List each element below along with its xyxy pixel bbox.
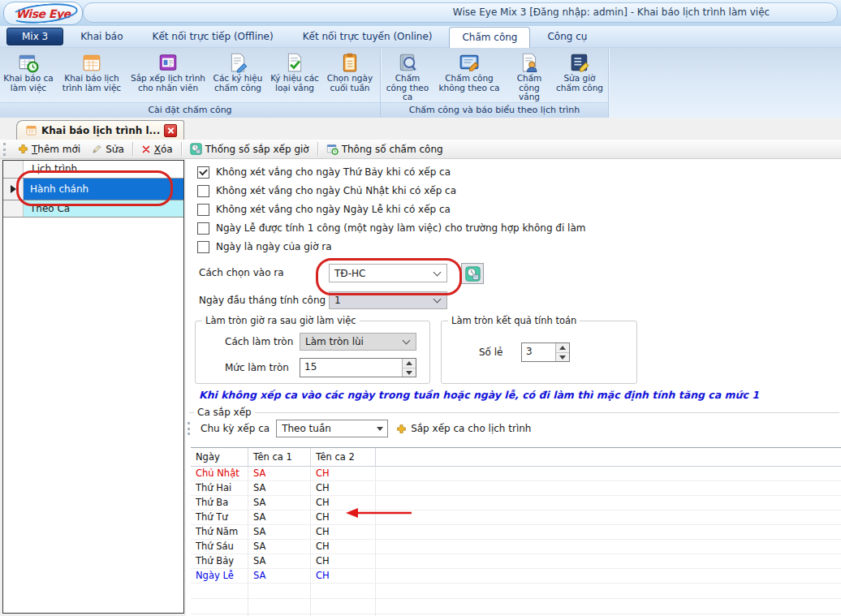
checkbox[interactable] (197, 185, 209, 197)
table-cell (248, 584, 311, 598)
table-cell: SA (248, 540, 311, 554)
cycle-combo[interactable]: Theo tuần (276, 420, 388, 437)
table-row[interactable]: Thứ NămSACH (191, 525, 841, 540)
table-cell: CH (311, 481, 376, 495)
ribbon-ky-hieu-cac-loai-vang[interactable]: Ký hiệu các loại vắng (270, 50, 320, 93)
table-cell (191, 584, 248, 598)
cycle-combo-value: Theo tuần (277, 423, 377, 434)
menu-item-cham-cong[interactable]: Chấm công (449, 27, 530, 48)
calendar-icon (25, 124, 37, 136)
calendar-orange-icon (81, 51, 102, 73)
odd-digits-spinner[interactable]: 3 (521, 342, 570, 362)
schedule-row[interactable]: Hành chánh (3, 179, 183, 200)
menu-item-ket-noi-truc-tuyen[interactable]: Kết nối trực tuyến (Online) (291, 28, 445, 45)
menu-bar: Mix 3Khai báoKết nối trực tiếp (Offline)… (0, 26, 841, 48)
table-cell: Thứ Ba (191, 496, 248, 510)
table-cell: SA (248, 481, 311, 495)
ribbon-sap-xep-lich-trinh-label: Sắp xếp lịch trình cho nhân viên (130, 74, 206, 93)
clock-settings-icon (465, 266, 481, 282)
checkbox-row: Không xét vắng cho ngày Thứ Bảy khi có x… (197, 166, 585, 178)
table-header-row: NgàyTên ca 1Tên ca 2 (191, 448, 841, 467)
table-cell: CH (311, 525, 376, 539)
in-out-combo[interactable]: TĐ-HC (329, 264, 447, 282)
table-row[interactable]: Thứ BaSACH (191, 496, 841, 510)
ribbon-cham-cong-vang[interactable]: Chấm công vắng (507, 50, 551, 102)
ribbon-khai-bao-lich-trinh[interactable]: Khai báo lịch trình làm việc (57, 50, 127, 93)
menu-item-ket-noi-truc-tiep[interactable]: Kết nối trực tiếp (Offline) (140, 28, 286, 45)
table-cell: Chủ Nhật (191, 467, 248, 480)
param-hours-button[interactable]: Thống số sắp xếp giờ (187, 141, 313, 157)
table-cell: SA (248, 554, 311, 568)
ribbon-sap-xep-lich-trinh[interactable]: Sắp xếp lịch trình cho nhân viên (130, 50, 206, 93)
column-header: Tên ca 1 (248, 448, 311, 466)
menu-item-mix3[interactable]: Mix 3 (6, 28, 63, 45)
menu-item-khai-bao[interactable]: Khai báo (68, 28, 135, 45)
main-panel: Không xét vắng cho ngày Thứ Bảy khi có x… (186, 159, 841, 616)
checkbox[interactable] (197, 166, 209, 179)
table-cell: SA (248, 525, 311, 539)
menu-item-cong-cu[interactable]: Công cụ (535, 28, 599, 45)
chevron-down-icon (433, 295, 442, 304)
rounding-group-caption: Làm tròn giờ ra sau giờ làm việc (202, 315, 360, 326)
assign-shift-button[interactable]: Sắp xếp ca cho lịch trình (396, 423, 531, 434)
rounding-method-label: Cách làm tròn (225, 336, 293, 347)
checkbox[interactable] (197, 241, 209, 253)
spin-up-button[interactable] (403, 359, 416, 368)
ribbon-cac-ky-hieu-cham-cong[interactable]: Các ký hiệu chấm công (209, 50, 266, 93)
table-cell-filler (376, 554, 841, 568)
table-row[interactable]: Thứ BảySACH (191, 554, 841, 569)
param-attendance-button[interactable]: Thông số chấm công (323, 141, 446, 157)
checkbox-label: Không xét vắng cho ngày Ngày Lễ khi có x… (216, 204, 451, 215)
edit-button[interactable]: Sửa (88, 142, 127, 157)
toolbar-separator (317, 142, 318, 156)
spin-up-button[interactable] (556, 343, 569, 353)
add-button[interactable]: Thêm mới (15, 142, 84, 157)
ribbon-group-caption: Chấm công và báo biểu theo lịch trình (381, 102, 608, 118)
spin-down-button[interactable] (556, 353, 569, 362)
plus-icon (18, 144, 28, 154)
window-title: Wise Eye Mix 3 [Đăng nhập: admin] - Khai… (390, 0, 833, 26)
spinner-buttons (402, 359, 416, 377)
shift-group-caption-row: Ca sắp xếp (189, 407, 839, 418)
ribbon-khai-bao-ca[interactable]: Khai báo ca làm việc (3, 50, 54, 93)
month-start-combo-value: 1 (330, 295, 434, 306)
plus-icon (396, 424, 407, 434)
ribbon-cac-ky-hieu-cham-cong-label: Các ký hiệu chấm công (209, 74, 266, 93)
table-row-empty (191, 584, 841, 599)
table-cell: CH (311, 496, 376, 510)
schedule-list: Lịch trình Hành chánhTheo Ca (2, 160, 184, 614)
rounding-method-combo[interactable]: Làm tròn lùi (300, 333, 416, 351)
param-hours-label: Thống số sắp xếp giờ (205, 144, 309, 155)
close-icon[interactable] (164, 124, 177, 137)
rounding-group: Làm tròn giờ ra sau giờ làm việc Cách là… (195, 321, 430, 384)
schedule-board-icon (157, 51, 179, 73)
spin-down-button[interactable] (403, 368, 416, 377)
screen-pencil-icon (459, 51, 480, 73)
rounding-level-spinner[interactable]: 15 (300, 358, 416, 377)
table-row[interactable]: Thứ HaiSACH (191, 481, 841, 496)
edit-button-label: Sửa (106, 144, 124, 155)
checkbox[interactable] (197, 204, 209, 216)
ribbon-sua-gio-cham-cong[interactable]: Sửa giờ chấm công (554, 50, 605, 93)
ribbon-khai-bao-ca-label: Khai báo ca làm việc (3, 74, 54, 93)
table-row-empty (191, 599, 841, 614)
ribbon-cham-cong-theo-ca[interactable]: Chấm công theo ca (384, 50, 431, 102)
table-row[interactable]: Thứ TưSACH (191, 510, 841, 525)
in-out-settings-button[interactable] (461, 263, 484, 284)
delete-button[interactable]: Xóa (138, 142, 176, 157)
table-row[interactable]: Chủ NhậtSACH (191, 467, 841, 481)
table-cell-filler (376, 584, 841, 598)
document-tab-khai-bao-lich-trinh[interactable]: Khai báo lịch trình l... (16, 120, 184, 140)
ribbon-chon-ngay-cuoi-tuan[interactable]: Chọn ngày cuối tuần (323, 50, 377, 93)
ribbon-cham-cong-khong-theo-ca[interactable]: Chấm công không theo ca (434, 50, 504, 93)
table-cell: CH (311, 569, 376, 583)
table-row[interactable]: Thứ SáuSACH (191, 540, 841, 554)
month-start-combo[interactable]: 1 (329, 291, 447, 309)
toolbar-grip (188, 422, 192, 435)
table-row[interactable]: Ngày LễSACH (191, 569, 841, 584)
ribbon-group-2: Chấm công theo caChấm công không theo ca… (381, 48, 609, 118)
schedule-row[interactable]: Theo Ca (3, 200, 183, 218)
spinner-buttons (555, 343, 569, 361)
table-cell: Thứ Hai (191, 481, 248, 495)
checkbox[interactable] (197, 222, 209, 235)
